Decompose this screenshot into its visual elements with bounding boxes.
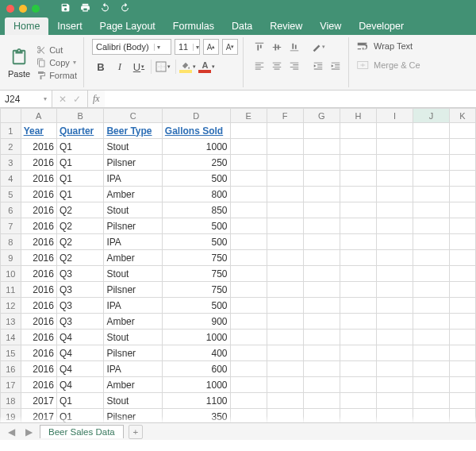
cell[interactable]	[450, 234, 476, 250]
cell[interactable]: 2016	[21, 250, 56, 266]
cell[interactable]: Stout	[104, 393, 162, 409]
ribbon-tab-insert[interactable]: Insert	[48, 17, 90, 35]
align-left-button[interactable]	[251, 58, 267, 74]
cell[interactable]	[267, 123, 303, 139]
row-header[interactable]: 8	[1, 234, 21, 250]
cell[interactable]	[230, 377, 267, 393]
cell[interactable]	[303, 377, 340, 393]
cell[interactable]	[450, 123, 476, 139]
cell[interactable]: 600	[162, 361, 230, 377]
row-header[interactable]: 5	[1, 187, 21, 202]
cell[interactable]	[377, 123, 413, 139]
cell[interactable]: Q2	[56, 202, 103, 218]
cell[interactable]	[377, 139, 413, 155]
cell[interactable]	[413, 202, 449, 218]
cell[interactable]	[230, 393, 267, 409]
cell[interactable]: 250	[162, 155, 230, 171]
cell[interactable]: Q2	[56, 218, 103, 234]
cell[interactable]	[377, 393, 413, 409]
cell[interactable]	[450, 202, 476, 218]
row-header[interactable]: 18	[1, 393, 21, 409]
cell[interactable]	[267, 377, 303, 393]
cell[interactable]: Q1	[56, 187, 103, 202]
cell[interactable]	[450, 377, 476, 393]
cell[interactable]: Q4	[56, 345, 103, 361]
cell[interactable]: Q3	[56, 266, 103, 282]
cell[interactable]	[340, 218, 376, 234]
cell[interactable]	[267, 409, 303, 423]
cell[interactable]	[450, 218, 476, 234]
cell[interactable]: Pilsner	[104, 155, 162, 171]
cell[interactable]: Amber	[104, 377, 162, 393]
cell[interactable]	[413, 330, 449, 345]
cell[interactable]	[413, 393, 449, 409]
cell[interactable]: Gallons Sold	[162, 123, 230, 139]
cell[interactable]: 2016	[21, 298, 56, 314]
cell[interactable]	[303, 282, 340, 298]
cell[interactable]	[413, 377, 449, 393]
cell[interactable]: 2016	[21, 218, 56, 234]
text-color-button[interactable]: A▾	[198, 58, 216, 75]
cell[interactable]	[230, 155, 267, 171]
row-header[interactable]: 16	[1, 361, 21, 377]
cell[interactable]	[413, 155, 449, 171]
row-header[interactable]: 14	[1, 330, 21, 345]
cell[interactable]	[230, 409, 267, 423]
cell[interactable]: 2016	[21, 187, 56, 202]
save-icon[interactable]	[60, 2, 71, 15]
cell[interactable]	[267, 139, 303, 155]
cell[interactable]	[413, 171, 449, 187]
cell[interactable]: Stout	[104, 330, 162, 345]
cell[interactable]	[413, 187, 449, 202]
increase-indent-button[interactable]	[328, 58, 344, 74]
cell[interactable]: 350	[162, 409, 230, 423]
column-header-F[interactable]: F	[267, 109, 303, 123]
cell[interactable]	[450, 345, 476, 361]
row-header[interactable]: 7	[1, 218, 21, 234]
cell[interactable]: 900	[162, 314, 230, 330]
row-header[interactable]: 13	[1, 314, 21, 330]
cell[interactable]	[450, 155, 476, 171]
align-middle-button[interactable]	[269, 39, 285, 55]
cell[interactable]	[303, 314, 340, 330]
column-header-I[interactable]: I	[377, 109, 413, 123]
cell[interactable]	[230, 187, 267, 202]
cell[interactable]	[377, 298, 413, 314]
cell[interactable]: 2016	[21, 314, 56, 330]
cell[interactable]: Q1	[56, 139, 103, 155]
cell[interactable]: 500	[162, 298, 230, 314]
cell[interactable]	[340, 202, 376, 218]
cell[interactable]: Pilsner	[104, 345, 162, 361]
column-header-K[interactable]: K	[450, 109, 476, 123]
ribbon-tab-page-layout[interactable]: Page Layout	[91, 17, 164, 35]
cell[interactable]	[340, 171, 376, 187]
cell[interactable]: IPA	[104, 234, 162, 250]
cell[interactable]: 2016	[21, 282, 56, 298]
cell[interactable]	[230, 234, 267, 250]
cell[interactable]	[230, 123, 267, 139]
cell[interactable]	[303, 218, 340, 234]
confirm-formula-button[interactable]: ✓	[73, 94, 81, 105]
row-header[interactable]: 12	[1, 298, 21, 314]
cell[interactable]: Q1	[56, 171, 103, 187]
cell[interactable]: Stout	[104, 139, 162, 155]
cell[interactable]	[450, 250, 476, 266]
cell[interactable]	[413, 409, 449, 423]
cell[interactable]	[413, 234, 449, 250]
bold-button[interactable]: B	[92, 58, 109, 75]
italic-button[interactable]: I	[111, 58, 129, 75]
formula-input[interactable]	[105, 91, 476, 107]
cell[interactable]	[377, 218, 413, 234]
cell[interactable]	[303, 250, 340, 266]
cell[interactable]	[450, 314, 476, 330]
cell[interactable]	[267, 298, 303, 314]
cell[interactable]	[340, 155, 376, 171]
cell[interactable]: 2017	[21, 393, 56, 409]
minimize-window-button[interactable]	[19, 5, 27, 13]
cell[interactable]	[377, 409, 413, 423]
cell[interactable]	[230, 266, 267, 282]
cell[interactable]	[267, 345, 303, 361]
row-header[interactable]: 11	[1, 282, 21, 298]
cell[interactable]	[340, 361, 376, 377]
cell[interactable]: 500	[162, 234, 230, 250]
